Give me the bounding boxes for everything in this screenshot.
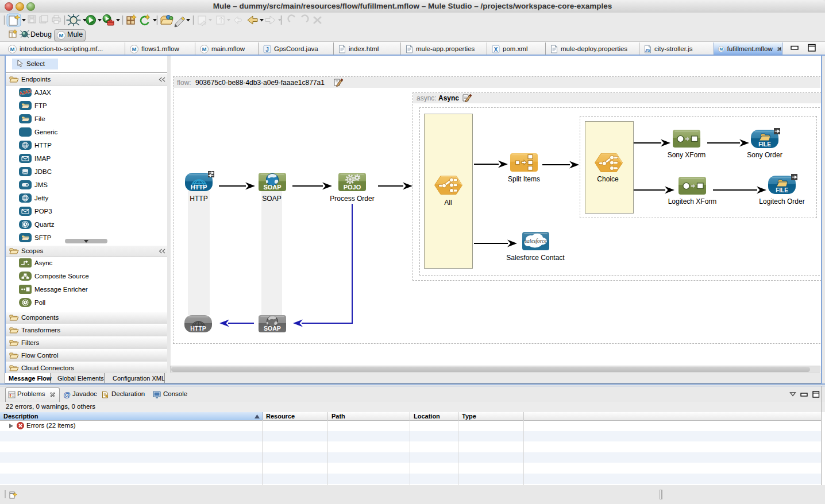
svg-text:POJO: POJO — [344, 184, 361, 191]
svg-text:SOAP: SOAP — [264, 325, 281, 332]
svg-text:SOAP: SOAP — [263, 184, 281, 191]
svg-text:M: M — [720, 46, 723, 51]
svg-text:FILE: FILE — [776, 187, 788, 193]
svg-text:M: M — [10, 46, 15, 52]
svg-text:M: M — [202, 46, 207, 52]
svg-text:HTTP: HTTP — [190, 325, 206, 332]
svg-text:M: M — [59, 32, 64, 38]
svg-text:salesforce: salesforce — [525, 238, 546, 244]
svg-text:X: X — [494, 46, 498, 52]
svg-text:M: M — [132, 46, 137, 52]
svg-text:FILE: FILE — [758, 141, 771, 148]
svg-text:JS: JS — [645, 48, 650, 53]
svg-text:HTTP: HTTP — [191, 184, 207, 191]
svg-text:J: J — [265, 46, 269, 52]
